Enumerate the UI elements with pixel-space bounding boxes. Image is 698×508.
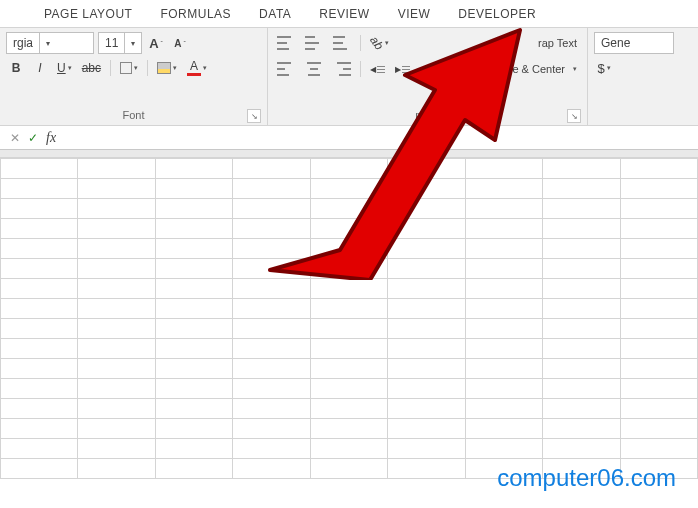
font-color-button[interactable]: A ▾ (184, 58, 210, 78)
underline-icon: U (57, 61, 66, 75)
dropdown-icon: ▾ (573, 65, 577, 73)
cancel-icon[interactable]: ✕ (10, 131, 20, 145)
number-format-combo[interactable]: Gene (594, 32, 674, 54)
separator (147, 60, 148, 76)
separator (360, 35, 361, 51)
accounting-format-button[interactable]: $ ▾ (594, 58, 614, 78)
separator (360, 61, 361, 77)
spreadsheet-grid[interactable] (0, 158, 698, 479)
font-color-icon: A (187, 60, 201, 76)
align-top-button[interactable] (274, 33, 298, 53)
orientation-icon: ab (367, 34, 386, 53)
wrap-text-button[interactable]: rap Text (534, 32, 581, 54)
tab-page-layout[interactable]: PAGE LAYOUT (30, 1, 146, 27)
dollar-icon: $ (597, 61, 604, 76)
bold-button[interactable]: B (6, 58, 26, 78)
italic-button[interactable]: I (30, 58, 50, 78)
font-dialog-launcher[interactable]: ↘ (247, 109, 261, 123)
dropdown-icon[interactable]: ▾ (39, 33, 55, 53)
decrease-font-button[interactable]: A ˆ (170, 33, 190, 53)
align-left-button[interactable] (274, 59, 298, 79)
fx-icon[interactable]: fx (46, 130, 56, 146)
dropdown-icon: ▾ (173, 64, 177, 72)
font-size-value: 11 (99, 36, 124, 50)
align-middle-icon (305, 36, 323, 50)
separator (110, 60, 111, 76)
group-label-alignment: ment (415, 109, 439, 121)
font-color-letter: A (190, 60, 198, 72)
font-name-value: rgia (7, 36, 39, 50)
dropdown-icon: ▾ (607, 64, 611, 72)
decrease-indent-icon: ◀ (370, 65, 385, 74)
increase-indent-button[interactable]: ▶ (392, 59, 413, 79)
group-font: rgia ▾ 11 ▾ A ˆ A ˆ B I (0, 28, 268, 125)
align-center-icon (305, 62, 323, 76)
formula-bar: ✕ ✓ fx (0, 126, 698, 150)
border-icon (120, 62, 132, 74)
align-right-button[interactable] (330, 59, 354, 79)
tab-view[interactable]: VIEW (384, 1, 445, 27)
tab-formulas[interactable]: FORMULAS (146, 1, 245, 27)
increase-indent-icon: ▶ (395, 65, 410, 74)
font-name-combo[interactable]: rgia ▾ (6, 32, 94, 54)
group-number: Gene $ ▾ (588, 28, 698, 125)
small-a-icon: A (174, 38, 181, 49)
confirm-icon[interactable]: ✓ (28, 131, 38, 145)
group-alignment: ab ▾ rap Text (268, 28, 588, 125)
dropdown-icon: ▾ (203, 64, 207, 72)
align-left-icon (277, 62, 295, 76)
ribbon-tabs: PAGE LAYOUT FORMULAS DATA REVIEW VIEW DE… (0, 0, 698, 28)
dropdown-icon: ▾ (68, 64, 72, 72)
number-format-value: Gene (595, 36, 636, 50)
paint-bucket-icon (157, 62, 171, 74)
caret-icon: ˆ (161, 40, 163, 47)
align-bottom-icon (333, 36, 351, 50)
underline-button[interactable]: U ▾ (54, 58, 75, 78)
fill-color-button[interactable]: ▾ (154, 58, 180, 78)
merge-center-button[interactable]: erge & Center ▾ (469, 58, 581, 80)
caret-icon: ˆ (183, 40, 185, 47)
dropdown-icon: ▾ (385, 39, 389, 47)
tab-developer[interactable]: DEVELOPER (444, 1, 550, 27)
merge-icon (473, 62, 491, 76)
strike-icon: abc (82, 61, 101, 75)
group-label-font: Font (122, 109, 144, 121)
align-center-button[interactable] (302, 59, 326, 79)
alignment-dialog-launcher[interactable]: ↘ (567, 109, 581, 123)
orientation-button[interactable]: ab ▾ (367, 33, 392, 53)
decrease-indent-button[interactable]: ◀ (367, 59, 388, 79)
watermark: computer06.com (497, 464, 676, 492)
align-bottom-button[interactable] (330, 33, 354, 53)
borders-button[interactable]: ▾ (117, 58, 141, 78)
wrap-text-label: rap Text (538, 37, 577, 49)
align-right-icon (333, 62, 351, 76)
font-size-combo[interactable]: 11 ▾ (98, 32, 142, 54)
dropdown-icon: ▾ (134, 64, 138, 72)
strikethrough-button[interactable]: abc (79, 58, 104, 78)
merge-label: erge & Center (497, 63, 565, 75)
align-middle-button[interactable] (302, 33, 326, 53)
tab-review[interactable]: REVIEW (305, 1, 383, 27)
increase-font-button[interactable]: A ˆ (146, 33, 166, 53)
big-a-icon: A (149, 36, 158, 51)
grid-column-header-area (0, 150, 698, 158)
ribbon: rgia ▾ 11 ▾ A ˆ A ˆ B I (0, 28, 698, 126)
tab-data[interactable]: DATA (245, 1, 305, 27)
align-top-icon (277, 36, 295, 50)
dropdown-icon[interactable]: ▾ (124, 33, 140, 53)
